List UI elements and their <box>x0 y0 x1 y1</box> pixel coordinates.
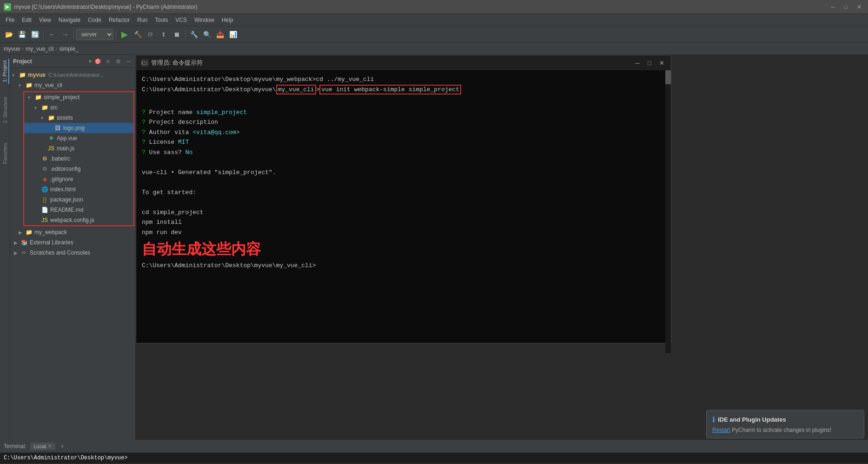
structure-panel-tab[interactable]: 2: Structure <box>1 95 9 125</box>
breadcrumb-simple[interactable]: simple_ <box>59 46 78 52</box>
tree-gitignore[interactable]: ◈ .gitignore <box>24 174 133 184</box>
terminal-content: C:\Users\Administrator\Desktop\myvue> <box>0 453 868 463</box>
tree-logo-png[interactable]: 🖼 logo.png <box>24 123 133 133</box>
separator-2 <box>73 30 74 39</box>
cmd-line-1: C:\Users\Administrator\Desktop\myvue\my_… <box>142 75 665 84</box>
tree-my-webpack[interactable]: ▶ 📁 my_webpack <box>10 227 135 237</box>
menu-tools[interactable]: Tools <box>151 15 172 25</box>
close-button[interactable]: ✕ <box>854 3 864 11</box>
menu-code[interactable]: Code <box>84 15 105 25</box>
locate-file-btn[interactable]: 🎯 <box>93 57 102 66</box>
open-folder-btn[interactable]: 📂 <box>3 28 15 40</box>
terminal-tab-label: Local <box>34 444 46 449</box>
cmd-window: C:\ 管理员: 命令提示符 ─ □ ✕ C:\Users\Administra… <box>136 55 671 343</box>
tree-package-json[interactable]: {} package.json <box>24 195 133 205</box>
collapse-all-btn[interactable]: ≡ <box>104 57 112 66</box>
menu-run[interactable]: Run <box>133 15 151 25</box>
panel-settings-btn[interactable]: ⚙ <box>114 57 122 66</box>
tree-app-vue[interactable]: ❖ App.vue <box>24 133 133 143</box>
rebuild-btn[interactable]: ⟳ <box>145 28 157 40</box>
terminal-label: Terminal: <box>4 443 27 450</box>
run-configuration-select[interactable]: server <box>76 29 113 40</box>
cmd-window-controls: ─ □ ✕ <box>633 58 666 67</box>
cmd-q-desc: ? Project description <box>142 118 665 127</box>
tree-webpack-config[interactable]: JS webpack.config.js <box>24 215 133 225</box>
tree-scratches-consoles[interactable]: ▶ ✏ Scratches and Consoles <box>10 248 135 258</box>
menu-edit[interactable]: Edit <box>18 15 35 25</box>
tree-external-libraries[interactable]: ▶ 📚 External Libraries <box>10 237 135 248</box>
menu-vcs[interactable]: VCS <box>172 15 191 25</box>
ide-update-title: IDE and Plugin Updates <box>718 416 786 423</box>
window-title: myvue [C:\Users\Administrator\Desktop\my… <box>14 4 825 10</box>
menu-file[interactable]: File <box>2 15 18 25</box>
menu-window[interactable]: Window <box>191 15 218 25</box>
cmd-line-2: C:\Users\Administrator\Desktop\myvue\my_… <box>142 85 665 94</box>
save-btn[interactable]: 💾 <box>16 28 28 40</box>
terminal-tab-bar: Terminal: Local ✕ ＋ <box>0 440 868 453</box>
tree-simple-project[interactable]: ▾ 📁 simple_project <box>24 92 133 102</box>
ide-update-restart-link[interactable]: Restart <box>712 427 730 433</box>
terminal-add-tab-btn[interactable]: ＋ <box>57 442 67 451</box>
toolbar: 📂 💾 🔄 ← → server ▶ 🔨 ⟳ ⬆ ⏹ 🔧 🔍 📤 📊 <box>0 26 868 43</box>
menu-view[interactable]: View <box>35 15 55 25</box>
project-panel-header: Project ▾ 🎯 ≡ ⚙ ─ <box>10 55 135 68</box>
back-btn[interactable]: ← <box>46 28 58 40</box>
update-btn[interactable]: ⬆ <box>158 28 170 40</box>
maximize-button[interactable]: □ <box>841 3 850 11</box>
favorites-panel-tab[interactable]: Favorites <box>1 141 9 166</box>
menu-help[interactable]: Help <box>218 15 237 25</box>
minimize-button[interactable]: ─ <box>828 3 838 11</box>
tree-index-html[interactable]: 🌐 index.html <box>24 184 133 195</box>
tree-babelrc[interactable]: ⚙ .babelrc <box>24 154 133 164</box>
share-btn[interactable]: 📤 <box>214 28 226 40</box>
tree-editorconfig[interactable]: ⚙ .editorconfig <box>24 164 133 174</box>
separator-1 <box>43 30 44 39</box>
dashboard-btn[interactable]: 📊 <box>227 28 239 40</box>
build-btn[interactable]: 🔨 <box>132 28 144 40</box>
ide-update-header: ℹ IDE and Plugin Updates <box>712 415 858 424</box>
file-tree: ▾ 📁 myvue C:\Users\Administrator... ▾ 📁 … <box>10 68 135 440</box>
cmd-npm-run: npm run dev <box>142 228 665 237</box>
cmd-close-btn[interactable]: ✕ <box>657 58 666 67</box>
menu-bar: File Edit View Navigate Code Refactor Ru… <box>0 14 868 26</box>
cmd-get-started: To get started: <box>142 188 665 197</box>
run-button[interactable]: ▶ <box>119 28 131 40</box>
breadcrumb-sep-2: › <box>55 46 57 52</box>
tree-my-vue-cli[interactable]: ▾ 📁 my_vue_cli <box>10 80 135 90</box>
breadcrumb-my-vue-cli[interactable]: my_vue_cli <box>26 46 53 52</box>
cmd-blank-3 <box>142 178 665 187</box>
ide-update-info-icon: ℹ <box>712 415 715 424</box>
breadcrumb-sep-1: › <box>22 46 24 52</box>
cmd-maximize-btn[interactable]: □ <box>645 58 654 67</box>
tree-main-js[interactable]: JS main.js <box>24 143 133 154</box>
ide-update-body-text: PyCharm to activate changes in plugins! <box>732 427 831 433</box>
project-panel-title: Project <box>13 58 87 65</box>
separator-3 <box>116 30 116 39</box>
cmd-title-bar: C:\ 管理员: 命令提示符 ─ □ ✕ <box>136 55 671 70</box>
menu-refactor[interactable]: Refactor <box>105 15 133 25</box>
project-panel-tab[interactable]: 1: Project <box>1 59 9 84</box>
breadcrumb-bar: myvue › my_vue_cli › simple_ <box>0 43 868 55</box>
cmd-minimize-btn[interactable]: ─ <box>633 58 642 67</box>
tree-readme-md[interactable]: 📄 README.md <box>24 205 133 215</box>
panel-hide-btn[interactable]: ─ <box>124 57 133 66</box>
search-btn[interactable]: 🔍 <box>201 28 213 40</box>
terminal-tab-close[interactable]: ✕ <box>48 444 52 449</box>
cmd-scrollbar[interactable] <box>665 70 671 353</box>
breadcrumb-myvue[interactable]: myvue <box>4 46 20 52</box>
menu-navigate[interactable]: Navigate <box>55 15 84 25</box>
stop-btn[interactable]: ⏹ <box>171 28 183 40</box>
cmd-annotation: 自动生成这些内容 <box>142 238 665 260</box>
cmd-cd: cd simple_project <box>142 208 665 217</box>
cmd-npm-install: npm install <box>142 218 665 227</box>
tree-root-myvue[interactable]: ▾ 📁 myvue C:\Users\Administrator... <box>10 70 135 80</box>
tree-assets[interactable]: ▾ 📁 assets <box>24 113 133 123</box>
cmd-scrollbar-thumb[interactable] <box>665 70 671 84</box>
synchronize-btn[interactable]: 🔄 <box>29 28 41 40</box>
cmd-generated: vue-cli • Generated "simple_project". <box>142 168 665 177</box>
settings-btn[interactable]: 🔧 <box>188 28 200 40</box>
terminal-tab-local[interactable]: Local ✕ <box>30 443 55 450</box>
ide-update-notification: ℹ IDE and Plugin Updates Restart PyCharm… <box>706 410 864 438</box>
forward-btn[interactable]: → <box>59 28 71 40</box>
tree-src[interactable]: ▾ 📁 src <box>24 102 133 113</box>
